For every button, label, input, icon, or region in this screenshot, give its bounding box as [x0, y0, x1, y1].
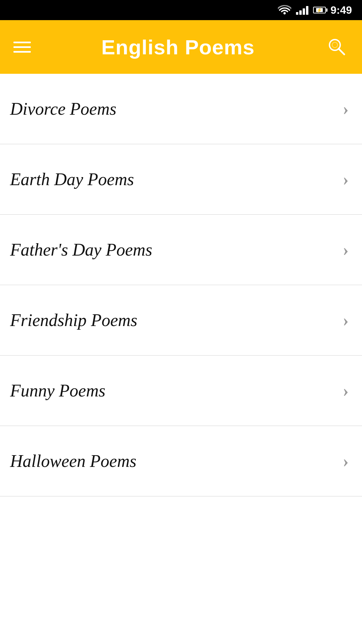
poem-item-label: Funny Poems [10, 381, 105, 400]
app-header: English Poems [0, 20, 362, 74]
chevron-right-icon: › [343, 100, 349, 118]
list-item[interactable]: Halloween Poems› [0, 426, 362, 496]
search-button[interactable] [325, 35, 349, 59]
signal-bars-icon [296, 5, 308, 15]
list-item[interactable]: Earth Day Poems› [0, 144, 362, 215]
list-item[interactable]: Divorce Poems› [0, 74, 362, 144]
menu-button[interactable] [13, 42, 31, 53]
status-time: 9:49 [330, 4, 352, 16]
poem-list: Divorce Poems›Earth Day Poems›Father's D… [0, 74, 362, 496]
list-item[interactable]: Funny Poems› [0, 356, 362, 426]
list-item[interactable]: Father's Day Poems› [0, 215, 362, 285]
poem-item-label: Divorce Poems [10, 99, 116, 119]
poem-item-label: Father's Day Poems [10, 240, 152, 260]
poem-item-label: Earth Day Poems [10, 169, 134, 189]
poem-item-label: Friendship Poems [10, 310, 137, 330]
status-icons: ⚡ 9:49 [278, 4, 352, 16]
menu-line-2 [13, 46, 31, 48]
menu-line-1 [13, 42, 31, 43]
chevron-right-icon: › [343, 241, 349, 259]
chevron-right-icon: › [343, 171, 349, 188]
chevron-right-icon: › [343, 382, 349, 399]
chevron-right-icon: › [343, 312, 349, 329]
status-bar: ⚡ 9:49 [0, 0, 362, 20]
menu-line-3 [13, 51, 31, 53]
wifi-icon [278, 4, 291, 16]
page-title: English Poems [101, 35, 254, 59]
battery-icon: ⚡ [313, 7, 326, 13]
poem-item-label: Halloween Poems [10, 451, 136, 471]
list-item[interactable]: Friendship Poems› [0, 285, 362, 356]
svg-line-1 [339, 49, 344, 54]
svg-point-2 [332, 42, 338, 48]
chevron-right-icon: › [343, 452, 349, 470]
